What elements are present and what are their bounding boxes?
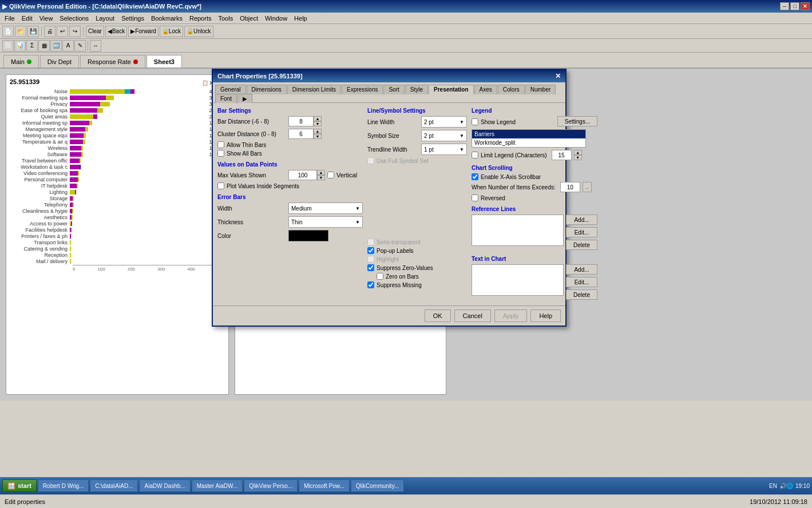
menu-tools[interactable]: Tools [215, 14, 236, 23]
dialog-tab-presentation[interactable]: Presentation [429, 85, 474, 94]
tb2-btn5[interactable]: 🔤 [50, 40, 62, 51]
symbol-size-select[interactable]: 2 pt ▼ [421, 130, 467, 141]
app-maximize-btn[interactable]: □ [790, 2, 799, 10]
when-exceeds-input[interactable] [560, 182, 580, 192]
bar-distance-up[interactable]: ▲ [314, 116, 322, 121]
tab-divdept[interactable]: Div Dept [40, 55, 79, 68]
print-btn[interactable]: 🖨 [44, 26, 56, 37]
popup-labels-checkbox[interactable] [367, 247, 374, 254]
dialog-tab-number[interactable]: Number [525, 85, 556, 94]
error-thickness-select[interactable]: Thin ▼ [288, 216, 363, 228]
ref-edit-btn[interactable]: Edit... [566, 227, 597, 237]
plot-values-checkbox[interactable] [217, 182, 224, 189]
menu-help[interactable]: Help [291, 14, 311, 23]
ref-delete-btn[interactable]: Delete [566, 240, 597, 250]
ok-btn[interactable]: OK [425, 309, 451, 322]
cluster-distance-up[interactable]: ▲ [314, 129, 322, 134]
start-btn[interactable]: 🪟 start [2, 479, 37, 492]
suppress-zero-checkbox[interactable] [367, 264, 374, 271]
taskbar-item-5[interactable]: QlikView Perso... [244, 479, 298, 492]
semi-transparent-checkbox[interactable] [367, 239, 374, 245]
menu-layout[interactable]: Layout [92, 14, 118, 23]
cluster-distance-down[interactable]: ▼ [314, 134, 322, 139]
text-add-btn[interactable]: Add... [566, 264, 597, 275]
menu-window[interactable]: Window [262, 14, 291, 23]
trendline-width-select[interactable]: 1 pt ▼ [421, 144, 467, 155]
zero-on-bars-checkbox[interactable] [377, 273, 383, 280]
dialog-tab-general[interactable]: General [215, 85, 246, 94]
save-btn[interactable]: 💾 [27, 26, 39, 37]
menu-selections[interactable]: Selections [56, 14, 92, 23]
dialog-tab-dimlimits[interactable]: Dimension Limits [287, 85, 341, 94]
error-width-select[interactable]: Medium ▼ [288, 203, 363, 214]
apply-btn[interactable]: Apply [494, 309, 528, 322]
text-edit-btn[interactable]: Edit... [566, 277, 597, 287]
tb2-btn2[interactable]: 📊 [14, 40, 26, 51]
use-full-symbol-checkbox[interactable] [367, 157, 374, 164]
menu-view[interactable]: View [36, 14, 57, 23]
dialog-tab-colors[interactable]: Colors [498, 85, 525, 94]
taskbar-item-2[interactable]: C:\data\AiAD... [90, 479, 138, 492]
lock-btn[interactable]: 🔒 Lock [160, 26, 183, 37]
new-btn[interactable]: 📄 [2, 26, 14, 37]
tb2-btn3[interactable]: Σ [26, 40, 38, 51]
unlock-btn[interactable]: 🔓 Unlock [184, 26, 213, 37]
suppress-missing-checkbox[interactable] [367, 281, 374, 288]
open-btn[interactable]: 📂 [15, 26, 26, 37]
taskbar-item-4[interactable]: Master AiaDW... [192, 479, 243, 492]
cancel-btn[interactable]: Cancel [454, 309, 491, 322]
taskbar-item-1[interactable]: Robert D Wrig... [38, 479, 89, 492]
dialog-tab-sort[interactable]: Sort [383, 85, 404, 94]
show-all-bars-checkbox[interactable] [217, 150, 224, 157]
bar-distance-spinner[interactable]: 8 ▲ ▼ [288, 116, 322, 126]
vertical-checkbox[interactable] [327, 172, 334, 178]
dialog-tab-style[interactable]: Style [405, 85, 428, 94]
dialog-tab-expressions[interactable]: Expressions [342, 85, 383, 94]
menu-settings[interactable]: Settings [118, 14, 148, 23]
dialog-close-btn[interactable]: ✕ [555, 72, 561, 80]
limit-legend-input[interactable] [552, 150, 572, 160]
tab-main[interactable]: Main [3, 55, 39, 68]
app-minimize-btn[interactable]: ─ [780, 2, 789, 10]
limit-legend-down[interactable]: ▼ [574, 155, 582, 160]
menu-edit[interactable]: Edit [18, 14, 36, 23]
tb2-btn6[interactable]: A [62, 40, 74, 51]
legend-settings-btn[interactable]: Settings... [557, 116, 597, 126]
menu-file[interactable]: File [1, 14, 18, 23]
menu-reports[interactable]: Reports [186, 14, 215, 23]
tab-sheet3[interactable]: Sheet3 [146, 55, 182, 68]
tb2-btn8[interactable]: ↔ [90, 40, 101, 51]
when-exceeds-options[interactable]: ... [583, 182, 592, 192]
text-delete-btn[interactable]: Delete [566, 289, 597, 300]
taskbar-item-7[interactable]: QlikCommunity... [351, 479, 404, 492]
tb2-btn7[interactable]: ✎ [74, 40, 86, 51]
bar-distance-down[interactable]: ▼ [314, 121, 322, 126]
legend-item-barriers[interactable]: Barriers [472, 130, 585, 138]
legend-item-workmode[interactable]: Workmode_split [472, 138, 585, 147]
max-values-down[interactable]: ▼ [317, 175, 325, 180]
dialog-tab-axes[interactable]: Axes [474, 85, 497, 94]
cluster-distance-spinner[interactable]: ▲ ▼ [288, 129, 322, 139]
line-width-select[interactable]: 2 pt ▼ [421, 116, 467, 128]
error-color-swatch[interactable] [288, 230, 328, 241]
tb2-btn1[interactable]: ⬜ [2, 40, 14, 51]
reversed-checkbox[interactable] [472, 195, 478, 201]
app-close-btn[interactable]: ✕ [801, 2, 810, 10]
undo-btn[interactable]: ↩ [57, 26, 68, 37]
max-values-up[interactable]: ▲ [317, 170, 325, 175]
back-btn[interactable]: ◀ Back [105, 26, 127, 37]
max-values-spinner[interactable]: ▲ ▼ [288, 170, 325, 180]
ref-add-btn[interactable]: Add... [566, 215, 597, 225]
allow-thin-bars-checkbox[interactable] [217, 141, 224, 148]
limit-legend-checkbox[interactable] [472, 152, 478, 158]
dialog-tab-dimensions[interactable]: Dimensions [247, 85, 287, 94]
show-legend-checkbox[interactable] [472, 118, 478, 125]
enable-x-checkbox[interactable] [472, 173, 478, 180]
tb2-btn4[interactable]: ▦ [38, 40, 50, 51]
redo-btn[interactable]: ↪ [69, 26, 81, 37]
max-values-input[interactable] [288, 170, 317, 180]
limit-legend-up[interactable]: ▲ [574, 150, 582, 155]
clear-btn[interactable]: Clear [86, 26, 104, 37]
highlight-checkbox[interactable] [367, 256, 374, 263]
menu-object[interactable]: Object [236, 14, 262, 23]
